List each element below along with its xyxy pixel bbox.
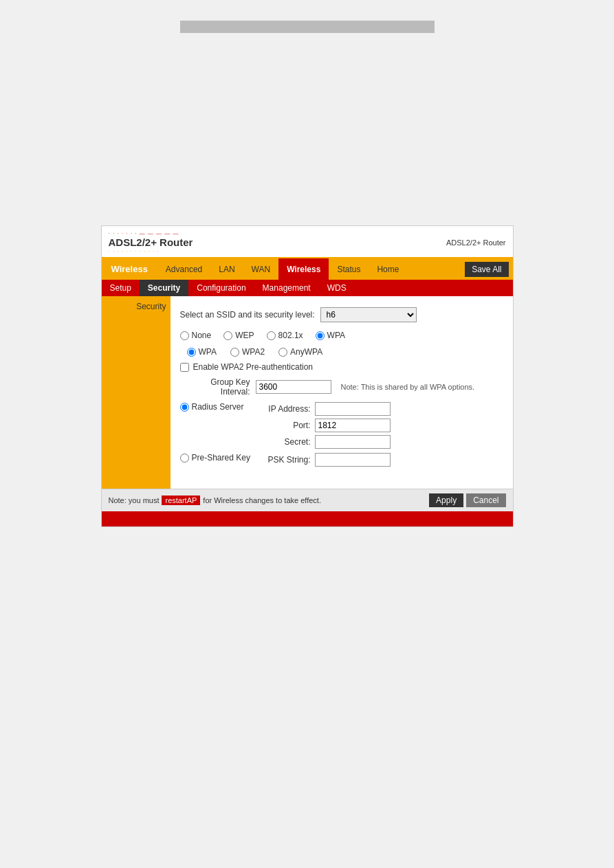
subnav-management[interactable]: Management (254, 280, 319, 296)
subnav-wds[interactable]: WDS (319, 280, 355, 296)
radio-wpa-only[interactable]: WPA (187, 347, 217, 357)
psk-string-input[interactable] (315, 453, 391, 467)
save-all-button[interactable]: Save All (465, 262, 508, 277)
subnav-security[interactable]: Security (140, 280, 188, 296)
secret-input[interactable] (315, 435, 391, 449)
nav-section-label: Wireless (102, 258, 157, 280)
radius-server-label-area: Radius Server (180, 402, 263, 412)
radius-fields: IP Address: Port: Secret: (263, 402, 391, 449)
radio-wpa[interactable]: WPA (316, 331, 345, 340)
nav-item-advanced[interactable]: Advanced (157, 258, 210, 280)
logo-text: ADSL2/2+ Router (109, 236, 193, 248)
router-title-right: ADSL2/2+ Router (446, 238, 506, 247)
ssid-label: Select an SSID and its security level: (180, 310, 315, 320)
subnav-configuration[interactable]: Configuration (188, 280, 254, 296)
wpa2-preauth-row: Enable WPA2 Pre-authentication (180, 362, 503, 372)
router-container: · · · · · · · — — — — — ADSL2/2+ Router … (101, 225, 514, 527)
wpa2-preauth-label: Enable WPA2 Pre-authentication (193, 362, 314, 372)
radio-none-input[interactable] (180, 331, 189, 340)
wpa2-preauth-checkbox[interactable] (180, 363, 189, 372)
top-bar (180, 21, 435, 33)
nav-items: Advanced LAN WAN Wireless Status Home (157, 258, 465, 280)
radio-none[interactable]: None (180, 331, 212, 340)
group-key-label: Group Key Interval: (180, 377, 256, 397)
radio-wpa2-input[interactable] (230, 348, 239, 357)
nav-item-home[interactable]: Home (369, 258, 407, 280)
logo-area: · · · · · · · — — — — — ADSL2/2+ Router … (109, 230, 193, 254)
subnav-setup[interactable]: Setup (102, 280, 140, 296)
group-key-input[interactable] (256, 380, 331, 394)
group-key-note: Note: This is shared by all WPA options. (341, 383, 475, 391)
psk-fields: PSK String: (263, 453, 391, 467)
radio-wpa-input[interactable] (316, 331, 325, 340)
main-content: Select an SSID and its security level: h… (171, 296, 513, 489)
footer-buttons: Apply Cancel (429, 493, 505, 507)
nav-item-wan[interactable]: WAN (243, 258, 279, 280)
psk-string-row: PSK String: (263, 453, 391, 467)
ip-address-row: IP Address: (263, 402, 391, 416)
group-key-row: Group Key Interval: Note: This is shared… (180, 377, 503, 397)
secret-label: Secret: (263, 437, 311, 447)
wpa-sub-row: WPA WPA2 AnyWPA (180, 347, 503, 357)
psk-string-label: PSK String: (263, 455, 311, 465)
nav-item-lan[interactable]: LAN (210, 258, 243, 280)
router-header: · · · · · · · — — — — — ADSL2/2+ Router … (102, 226, 513, 258)
security-type-row: None WEP 802.1x WPA (180, 331, 503, 340)
psk-label: Pre-Shared Key (192, 453, 250, 463)
sidebar: Security (102, 296, 171, 489)
note-suffix: for Wireless changes to take effect. (203, 496, 321, 504)
radius-server-radio[interactable] (180, 403, 189, 412)
content-area: Security Select an SSID and its security… (102, 296, 513, 489)
page-wrapper: · · · · · · · — — — — — ADSL2/2+ Router … (0, 0, 614, 868)
psk-radio[interactable] (180, 454, 189, 463)
footer-note: Note: you must restartAP for Wireless ch… (102, 489, 513, 511)
radio-wpa2[interactable]: WPA2 (230, 347, 265, 357)
main-nav: Wireless Advanced LAN WAN Wireless Statu… (102, 258, 513, 280)
psk-row: Pre-Shared Key PSK String: (180, 453, 503, 467)
radio-wep[interactable]: WEP (223, 331, 254, 340)
radio-wpa-only-input[interactable] (187, 348, 196, 357)
logo-dots-top: · · · · · · · — — — — — (109, 230, 193, 236)
apply-button[interactable]: Apply (429, 493, 463, 507)
ssid-row: Select an SSID and its security level: h… (180, 307, 503, 322)
ip-address-input[interactable] (315, 402, 391, 416)
radio-anywpa[interactable]: AnyWPA (278, 347, 322, 357)
bottom-bar (102, 511, 513, 526)
radio-anywpa-input[interactable] (278, 348, 287, 357)
radio-8021x[interactable]: 802.1x (267, 331, 303, 340)
footer-note-text: Note: you must restartAP for Wireless ch… (109, 496, 321, 505)
psk-label-area: Pre-Shared Key (180, 453, 263, 463)
nav-item-wireless[interactable]: Wireless (278, 258, 329, 280)
ip-address-label: IP Address: (263, 404, 311, 414)
cancel-button[interactable]: Cancel (466, 493, 505, 507)
radius-section: Radius Server IP Address: Port: (180, 402, 503, 467)
ssid-select[interactable]: h6 (320, 307, 417, 322)
port-row: Port: (263, 419, 391, 432)
radius-server-row: Radius Server IP Address: Port: (180, 402, 503, 449)
port-input[interactable] (315, 419, 391, 432)
radius-server-label: Radius Server (192, 402, 244, 412)
sidebar-label: Security (102, 296, 171, 317)
restart-ap-button[interactable]: restartAP (162, 496, 200, 505)
port-label: Port: (263, 421, 311, 430)
secret-row: Secret: (263, 435, 391, 449)
logo-dots-bottom: · · · · · · · · · · · · (109, 248, 193, 254)
radio-wep-input[interactable] (223, 331, 232, 340)
note-prefix: Note: you must (109, 496, 160, 504)
sub-nav: Setup Security Configuration Management … (102, 280, 513, 296)
nav-item-status[interactable]: Status (329, 258, 369, 280)
radio-8021x-input[interactable] (267, 331, 276, 340)
